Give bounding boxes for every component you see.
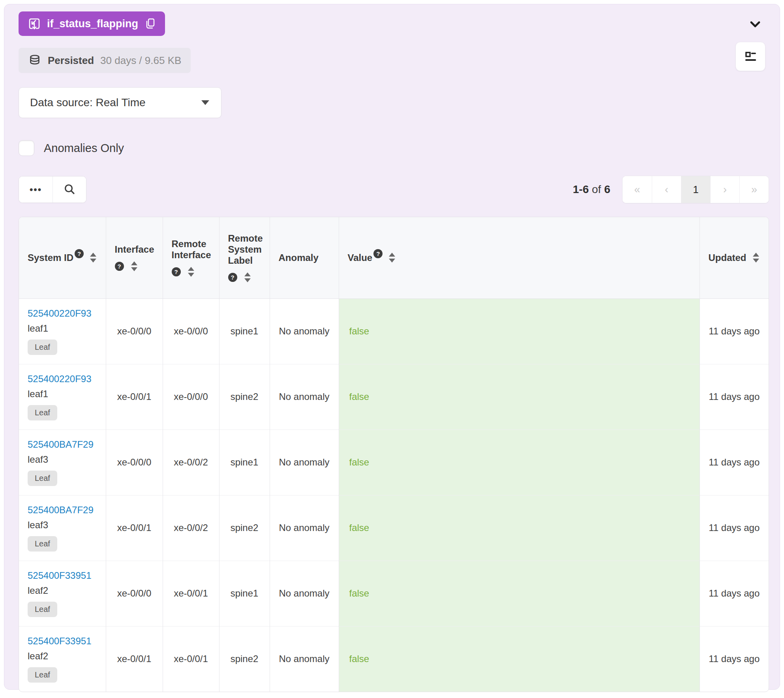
hostname: leaf2 <box>28 585 106 596</box>
help-icon[interactable]: ? <box>75 249 84 258</box>
system-id-cell: 525400BA7F29 leaf3 Leaf <box>19 430 106 495</box>
column-header-interface[interactable]: Interface ? <box>106 217 163 298</box>
column-header-value[interactable]: Value? <box>339 217 700 298</box>
toolbar-row: ••• 1-6 of 6 « ‹ 1 › » <box>19 176 769 203</box>
anomaly-cell: No anomaly <box>270 561 339 626</box>
help-icon[interactable]: ? <box>373 249 383 258</box>
anomalies-only-label: Anomalies Only <box>44 142 124 155</box>
role-badge: Leaf <box>28 602 57 617</box>
interface-cell: xe-0/0/0 <box>106 430 163 495</box>
datasource-value: Data source: Real Time <box>30 96 146 109</box>
role-badge: Leaf <box>28 405 57 420</box>
pagination-area: 1-6 of 6 « ‹ 1 › » <box>573 176 769 203</box>
ellipsis-icon: ••• <box>30 184 42 195</box>
persisted-badge: Persisted 30 days / 9.65 KB <box>19 48 191 73</box>
search-button[interactable] <box>53 176 86 203</box>
sort-icon[interactable] <box>389 253 395 263</box>
value-cell: false <box>339 298 700 364</box>
remote-system-label-cell: spine2 <box>219 626 270 692</box>
next-page-button[interactable]: › <box>710 176 739 203</box>
remote-system-label-cell: spine1 <box>219 561 270 626</box>
more-actions-button[interactable]: ••• <box>19 176 53 203</box>
remote-system-label-cell: spine1 <box>219 430 270 495</box>
anomalies-only-row: Anomalies Only <box>19 140 765 156</box>
table-row: 525400F33951 leaf2 Leaf xe-0/0/0 xe-0/0/… <box>19 561 769 626</box>
system-id-link[interactable]: 525400F33951 <box>28 636 91 647</box>
sort-icon[interactable] <box>131 261 137 271</box>
range-sep: of <box>589 183 604 195</box>
hostname: leaf1 <box>28 388 106 400</box>
system-id-cell: 525400220F93 leaf1 Leaf <box>19 364 106 430</box>
updated-cell: 11 days ago <box>700 561 769 626</box>
copy-icon[interactable] <box>144 17 156 30</box>
table-row: 525400220F93 leaf1 Leaf xe-0/0/1 xe-0/0/… <box>19 364 769 430</box>
hostname: leaf3 <box>28 454 106 465</box>
collapse-chevron-button[interactable] <box>746 15 765 33</box>
system-id-link[interactable]: 525400F33951 <box>28 570 91 581</box>
persisted-label: Persisted <box>48 54 94 67</box>
current-page-button[interactable]: 1 <box>681 176 710 203</box>
probe-title-button[interactable]: if_status_flapping <box>19 11 165 36</box>
layout-toggle-button[interactable] <box>735 42 765 71</box>
column-label: Updated <box>709 252 746 263</box>
role-badge: Leaf <box>28 471 57 486</box>
value-cell: false <box>339 626 700 692</box>
layout-icon <box>743 49 758 64</box>
remote-interface-cell: xe-0/0/2 <box>163 430 219 495</box>
anomalies-only-checkbox[interactable] <box>19 140 34 156</box>
value-cell: false <box>339 364 700 430</box>
column-label: Remote Interface <box>172 238 211 260</box>
value-cell: false <box>339 561 700 626</box>
persisted-detail: 30 days / 9.65 KB <box>100 54 181 67</box>
system-id-cell: 525400BA7F29 leaf3 Leaf <box>19 495 106 561</box>
first-page-button[interactable]: « <box>623 176 652 203</box>
interface-cell: xe-0/0/0 <box>106 561 163 626</box>
table-row: 525400BA7F29 leaf3 Leaf xe-0/0/1 xe-0/0/… <box>19 495 769 561</box>
chevron-down-icon <box>747 16 763 32</box>
hostname: leaf3 <box>28 520 106 531</box>
sort-icon[interactable] <box>188 267 194 277</box>
system-id-link[interactable]: 525400BA7F29 <box>28 505 94 516</box>
system-id-cell: 525400F33951 leaf2 Leaf <box>19 626 106 692</box>
sort-icon[interactable] <box>90 253 96 263</box>
updated-cell: 11 days ago <box>700 364 769 430</box>
column-header-anomaly[interactable]: Anomaly <box>270 217 339 298</box>
column-header-remote-interface[interactable]: Remote Interface ? <box>163 217 219 298</box>
column-label: Remote System Label <box>228 233 263 266</box>
anomaly-cell: No anomaly <box>270 364 339 430</box>
anomaly-cell: No anomaly <box>270 298 339 364</box>
remote-interface-cell: xe-0/0/0 <box>163 364 219 430</box>
value-cell: false <box>339 430 700 495</box>
column-label: System ID <box>28 252 73 263</box>
interface-cell: xe-0/0/1 <box>106 495 163 561</box>
prev-page-button[interactable]: ‹ <box>652 176 681 203</box>
help-icon[interactable]: ? <box>172 267 181 276</box>
system-id-link[interactable]: 525400BA7F29 <box>28 439 94 450</box>
last-page-button[interactable]: » <box>739 176 769 203</box>
column-label: Anomaly <box>279 252 319 263</box>
help-icon[interactable]: ? <box>228 273 237 282</box>
probe-card: if_status_flapping Persisted 30 days / 9… <box>4 4 780 690</box>
results-table: System ID? Interface ? Remote Interface <box>19 217 769 692</box>
system-id-cell: 525400F33951 leaf2 Leaf <box>19 561 106 626</box>
column-header-system-id[interactable]: System ID? <box>19 217 106 298</box>
help-icon[interactable]: ? <box>115 262 124 271</box>
role-badge: Leaf <box>28 536 57 552</box>
system-id-link[interactable]: 525400220F93 <box>28 308 91 319</box>
remote-interface-cell: xe-0/0/0 <box>163 298 219 364</box>
sort-icon[interactable] <box>753 253 759 263</box>
interface-cell: xe-0/0/1 <box>106 626 163 692</box>
sort-icon[interactable] <box>244 272 251 282</box>
remote-system-label-cell: spine2 <box>219 364 270 430</box>
header-row: System ID? Interface ? Remote Interface <box>19 217 769 298</box>
column-header-updated[interactable]: Updated <box>700 217 769 298</box>
remote-system-label-cell: spine1 <box>219 298 270 364</box>
interface-cell: xe-0/0/1 <box>106 364 163 430</box>
datasource-dropdown[interactable]: Data source: Real Time <box>19 87 221 118</box>
anomaly-cell: No anomaly <box>270 430 339 495</box>
column-header-remote-system-label[interactable]: Remote System Label ? <box>219 217 270 298</box>
column-label: Interface <box>115 244 154 255</box>
table-actions-group: ••• <box>19 176 86 203</box>
table-row: 525400F33951 leaf2 Leaf xe-0/0/1 xe-0/0/… <box>19 626 769 692</box>
system-id-link[interactable]: 525400220F93 <box>28 373 91 385</box>
